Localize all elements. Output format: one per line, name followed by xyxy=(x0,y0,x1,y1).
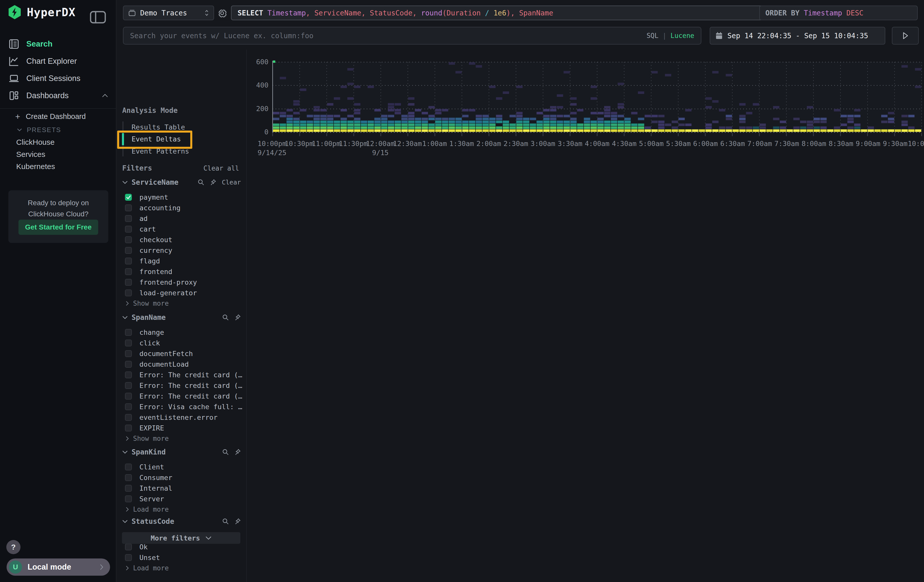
checkbox[interactable] xyxy=(125,495,132,502)
x-axis-tick-label: 2:30am xyxy=(503,140,528,148)
filter-option-error-the-credit-card[interactable]: Error: The credit card (… xyxy=(122,380,241,391)
filter-option-click[interactable]: click xyxy=(122,338,241,348)
filter-option-documentfetch[interactable]: documentFetch xyxy=(122,348,241,359)
sidebar-item-client-sessions[interactable]: Client Sessions xyxy=(0,70,116,87)
pin-icon[interactable] xyxy=(234,518,241,525)
clear-all-button[interactable]: Clear all xyxy=(203,165,239,172)
checkbox[interactable] xyxy=(125,544,132,551)
filter-option-currency[interactable]: currency xyxy=(122,245,241,256)
presets-toggle[interactable]: PRESETS xyxy=(0,124,116,136)
load-more-button[interactable]: Load more xyxy=(122,504,241,515)
checkbox[interactable] xyxy=(125,554,132,561)
filter-option-change[interactable]: change xyxy=(122,327,241,338)
checkbox[interactable] xyxy=(125,361,132,368)
filter-option-frontend[interactable]: frontend xyxy=(122,266,241,277)
filter-option-ad[interactable]: ad xyxy=(122,213,241,224)
sidebar-item-chart-explorer[interactable]: Chart Explorer xyxy=(0,53,116,70)
checkbox[interactable] xyxy=(125,236,132,243)
filter-option-error-visa-cache-full[interactable]: Error: Visa cache full: … xyxy=(122,401,241,412)
preset-dashboard-services[interactable]: Services xyxy=(0,148,116,160)
filter-option-payment[interactable]: payment xyxy=(122,192,241,203)
preset-dashboard-kubernetes[interactable]: Kubernetes xyxy=(0,160,116,173)
data-source-select[interactable]: Demo Traces xyxy=(123,6,214,20)
analysis-mode-event-patterns[interactable]: Event Patterns xyxy=(132,145,189,157)
filter-option-documentload[interactable]: documentLoad xyxy=(122,359,241,369)
filter-option-consumer[interactable]: Consumer xyxy=(122,472,241,483)
analysis-mode-event-deltas[interactable]: Event Deltas xyxy=(132,133,181,145)
filter-option-eventlistener-error[interactable]: eventListener.error xyxy=(122,412,241,422)
filter-option-frontend-proxy[interactable]: frontend-proxy xyxy=(122,277,241,287)
checkbox[interactable] xyxy=(125,371,132,378)
checkbox[interactable] xyxy=(125,290,132,296)
more-filters-button[interactable]: More filters xyxy=(122,532,240,544)
analysis-mode-results-table[interactable]: Results Table xyxy=(132,121,185,133)
chevron-down-icon xyxy=(122,315,128,319)
collapse-sidebar-icon[interactable] xyxy=(89,11,106,24)
create-dashboard-label: Create Dashboard xyxy=(26,112,86,121)
filter-option-checkout[interactable]: checkout xyxy=(122,234,241,245)
search-icon[interactable] xyxy=(198,179,205,186)
filter-option-load-generator[interactable]: load-generator xyxy=(122,287,241,298)
sidebar-item-search[interactable]: Search xyxy=(0,35,116,53)
duration-heatmap-canvas[interactable] xyxy=(272,60,922,136)
checkbox[interactable] xyxy=(125,425,132,432)
checkbox[interactable] xyxy=(125,463,132,470)
checkbox[interactable] xyxy=(125,226,132,232)
x-axis-tick-label: 4:00am xyxy=(585,140,609,148)
gear-icon[interactable] xyxy=(216,7,228,19)
filter-option-expire[interactable]: EXPIRE xyxy=(122,422,241,433)
filter-option-server[interactable]: Server xyxy=(122,493,241,504)
checkbox[interactable] xyxy=(125,257,132,264)
filter-option-accounting[interactable]: accounting xyxy=(122,203,241,213)
show-more-button[interactable]: Show more xyxy=(122,433,241,444)
checkbox[interactable] xyxy=(125,215,132,222)
search-icon[interactable] xyxy=(222,518,229,525)
create-dashboard-button[interactable]: + Create Dashboard xyxy=(0,109,116,124)
filter-group-header[interactable]: StatusCode xyxy=(122,517,241,526)
checkbox[interactable] xyxy=(125,474,132,481)
search-icon[interactable] xyxy=(222,314,229,321)
clear-filter-button[interactable]: Clear xyxy=(222,179,241,186)
filter-group-header[interactable]: SpanKind xyxy=(122,447,241,457)
filter-group-name: SpanKind xyxy=(132,448,166,456)
pin-icon[interactable] xyxy=(210,179,216,186)
pin-icon[interactable] xyxy=(234,314,241,321)
filter-option-error-the-credit-card[interactable]: Error: The credit card (… xyxy=(122,369,241,380)
checkbox[interactable] xyxy=(125,279,132,286)
y-axis-tick-label: 600 xyxy=(247,58,269,66)
filter-option-cart[interactable]: cart xyxy=(122,224,241,234)
checkbox[interactable] xyxy=(125,393,132,399)
checkbox[interactable] xyxy=(125,194,132,201)
checkbox[interactable] xyxy=(125,247,132,254)
checkbox[interactable] xyxy=(125,204,132,211)
filter-group-header[interactable]: SpanName xyxy=(122,313,241,322)
filter-group-header[interactable]: ServiceNameClear xyxy=(122,178,241,187)
load-more-button[interactable]: Load more xyxy=(122,563,241,574)
get-started-button[interactable]: Get Started for Free xyxy=(18,220,98,235)
sidebar-item-label: Search xyxy=(26,40,52,49)
chevron-right-icon xyxy=(99,564,104,570)
checkbox[interactable] xyxy=(125,329,132,336)
filter-option-flagd[interactable]: flagd xyxy=(122,256,241,266)
checkbox[interactable] xyxy=(125,268,132,275)
filter-option-client[interactable]: Client xyxy=(122,462,241,472)
checkbox[interactable] xyxy=(125,350,132,357)
checkbox[interactable] xyxy=(125,414,132,421)
filter-option-internal[interactable]: Internal xyxy=(122,483,241,493)
analysis-mode-active-indicator xyxy=(122,133,124,145)
preset-dashboard-clickhouse[interactable]: ClickHouse xyxy=(0,136,116,148)
user-menu[interactable]: U Local mode xyxy=(7,559,110,576)
checkbox[interactable] xyxy=(125,485,132,492)
pin-icon[interactable] xyxy=(234,448,241,455)
sidebar-item-dashboards[interactable]: Dashboards xyxy=(0,87,116,104)
plus-icon: + xyxy=(15,112,20,122)
checkbox[interactable] xyxy=(125,340,132,346)
show-more-button[interactable]: Show more xyxy=(122,298,241,309)
checkbox[interactable] xyxy=(125,382,132,389)
checkbox[interactable] xyxy=(125,403,132,410)
x-axis-tick-label: 3:30am xyxy=(558,140,582,148)
search-icon[interactable] xyxy=(222,448,229,455)
filter-option-error-the-credit-card[interactable]: Error: The credit card (… xyxy=(122,391,241,401)
filter-option-unset[interactable]: Unset xyxy=(122,552,241,563)
help-button[interactable]: ? xyxy=(6,540,20,554)
